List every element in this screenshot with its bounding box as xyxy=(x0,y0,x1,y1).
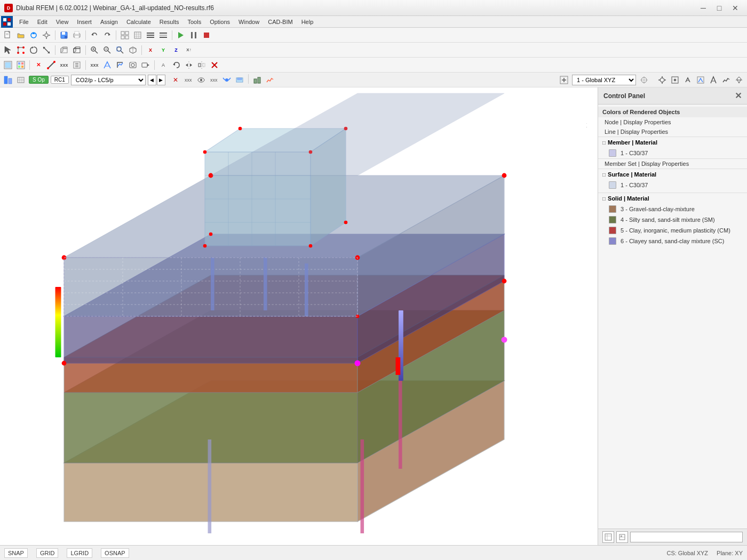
tb-grid2[interactable] xyxy=(132,29,144,41)
tb-reset-view[interactable] xyxy=(170,59,182,71)
tb-xxx1[interactable]: xxx xyxy=(182,74,194,86)
combo-select[interactable]: CO2/p - LC5/p xyxy=(71,75,146,85)
menu-calculate[interactable]: Calculate xyxy=(122,16,155,28)
menu-assign[interactable]: Assign xyxy=(96,16,122,28)
cp-solid-mat-5[interactable]: 5 - Clay, inorganic, medium plasticity (… xyxy=(598,225,747,236)
tb-front-view[interactable]: A xyxy=(157,59,169,71)
tb-coord-add[interactable] xyxy=(558,74,570,86)
tb-snap2[interactable] xyxy=(669,74,681,86)
tb-settings[interactable] xyxy=(41,29,52,41)
tb-snap7[interactable] xyxy=(733,74,745,86)
menu-results[interactable]: Results xyxy=(155,16,184,28)
tb-snap3[interactable] xyxy=(682,74,694,86)
tb-node[interactable] xyxy=(15,44,27,56)
cp-footer-input[interactable] xyxy=(630,532,743,542)
cp-solid-mat-4[interactable]: 4 - Silty sand, sand-silt mixture (SM) xyxy=(598,214,747,225)
cp-solid-mat-6[interactable]: 6 - Clayey sand, sand-clay mixture (SC) xyxy=(598,236,747,246)
cp-surface-material-toggle[interactable]: □ Surface | Material xyxy=(598,169,747,180)
tb-coord-settings[interactable] xyxy=(638,74,650,86)
cp-footer-icon1[interactable] xyxy=(602,531,614,543)
tb-show-nodes[interactable]: ✕ xyxy=(33,59,44,71)
tb-print[interactable] xyxy=(71,29,83,41)
tb-open[interactable] xyxy=(15,29,27,41)
tb-snap5[interactable] xyxy=(708,74,719,86)
tb-save[interactable] xyxy=(58,29,70,41)
tb-snap4[interactable] xyxy=(695,74,706,86)
tb-flip[interactable] xyxy=(183,59,195,71)
tb-capture[interactable] xyxy=(127,59,139,71)
tb-cursor[interactable] xyxy=(2,44,14,56)
cp-solid-mat-3[interactable]: 3 - Gravel-sand-clay-mixture xyxy=(598,204,747,214)
menu-view[interactable]: View xyxy=(52,16,73,28)
menu-cadbim[interactable]: CAD-BIM xyxy=(264,16,297,28)
tb-redo[interactable] xyxy=(101,29,113,41)
tb-stop[interactable] xyxy=(201,29,212,41)
tb-refresh[interactable] xyxy=(28,29,39,41)
menu-help[interactable]: Help xyxy=(297,16,318,28)
status-snap[interactable]: SNAP xyxy=(4,548,28,558)
tb-list1[interactable] xyxy=(145,29,156,41)
tb-scale[interactable] xyxy=(41,44,52,56)
tb-disp-props[interactable] xyxy=(71,59,83,71)
tb-zoom-fit[interactable] xyxy=(114,44,126,56)
combo-prev[interactable]: ◀ xyxy=(148,75,156,85)
menu-window[interactable]: Window xyxy=(234,16,264,28)
cp-member-material-toggle[interactable]: □ Member | Material xyxy=(598,137,747,148)
status-grid[interactable]: GRID xyxy=(36,548,59,558)
viewport[interactable]: -Y -X Y X xyxy=(0,87,598,545)
tb-delete[interactable] xyxy=(209,59,220,71)
close-button[interactable]: ✕ xyxy=(728,2,743,14)
cp-surface-mat-1[interactable]: 1 - C30/37 xyxy=(598,180,747,190)
tb-disp7[interactable] xyxy=(264,74,276,86)
tb-xaxis[interactable]: X xyxy=(145,44,156,56)
tb-zoom-out[interactable] xyxy=(101,44,113,56)
tb-pause[interactable] xyxy=(188,29,200,41)
cp-line-display[interactable]: Line | Display Properties xyxy=(598,127,747,137)
tb-zaxis[interactable]: Z xyxy=(170,44,182,56)
tb-mirror[interactable] xyxy=(196,59,208,71)
maximize-button[interactable]: □ xyxy=(712,2,727,14)
tb-show-labels[interactable]: xxx xyxy=(58,59,70,71)
tb-display3[interactable] xyxy=(101,59,113,71)
tb-eye[interactable]: ✕ xyxy=(170,74,181,86)
cp-close-button[interactable]: ✕ xyxy=(735,91,742,101)
tb-undo[interactable] xyxy=(89,29,100,41)
menu-edit[interactable]: Edit xyxy=(33,16,52,28)
tb-disp5[interactable] xyxy=(234,74,245,86)
tb-run[interactable] xyxy=(175,29,187,41)
menu-options[interactable]: Options xyxy=(205,16,234,28)
tb-eye2[interactable] xyxy=(195,74,207,86)
tb-new[interactable] xyxy=(2,29,14,41)
tb-grid[interactable] xyxy=(119,29,131,41)
tb-list2[interactable] xyxy=(157,29,169,41)
tb-zoom-in[interactable] xyxy=(89,44,100,56)
cp-member-mat-1[interactable]: 1 - C30/37 xyxy=(598,148,747,158)
tb-display4[interactable] xyxy=(114,59,126,71)
minimize-button[interactable]: ─ xyxy=(696,2,711,14)
tb-disp1[interactable] xyxy=(2,59,14,71)
tb-rotate[interactable] xyxy=(28,44,39,56)
tb-xxx2[interactable]: xxx xyxy=(208,74,220,86)
tb-mode-icon[interactable] xyxy=(2,74,14,86)
cp-footer-icon2[interactable] xyxy=(616,531,628,543)
cp-solid-material-toggle[interactable]: □ Solid | Material xyxy=(598,193,747,204)
tb-xyz[interactable]: X↑ xyxy=(183,44,195,56)
tb-mode-icon2[interactable] xyxy=(15,74,27,86)
status-lgrid[interactable]: LGRID xyxy=(67,548,92,558)
tb-show-num[interactable]: xxx xyxy=(89,59,100,71)
tb-video[interactable] xyxy=(140,59,152,71)
tb-show-lines[interactable] xyxy=(45,59,57,71)
cp-memberset-display[interactable]: Member Set | Display Properties xyxy=(598,158,747,169)
app-menu-icon[interactable] xyxy=(1,16,13,28)
status-osnap[interactable]: OSNAP xyxy=(101,548,129,558)
cp-node-display[interactable]: Node | Display Properties xyxy=(598,117,747,127)
tb-wireframe[interactable] xyxy=(71,44,83,56)
tb-snap6[interactable] xyxy=(720,74,732,86)
tb-disp6[interactable] xyxy=(251,74,263,86)
coord-system-select[interactable]: 1 - Global XYZ xyxy=(572,75,636,85)
menu-insert[interactable]: Insert xyxy=(73,16,96,28)
tb-yaxis[interactable]: Y xyxy=(157,44,169,56)
tb-disp2[interactable] xyxy=(15,59,27,71)
menu-tools[interactable]: Tools xyxy=(183,16,205,28)
tb-box[interactable] xyxy=(58,44,70,56)
